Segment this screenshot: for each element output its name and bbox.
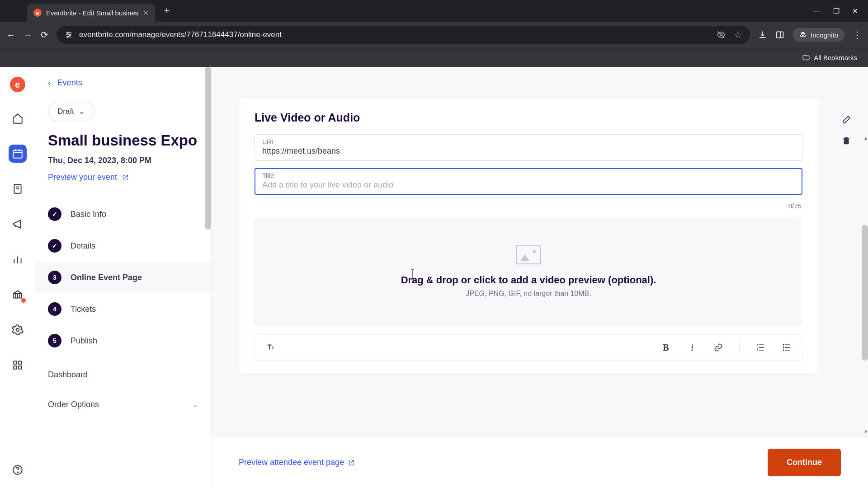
svg-rect-44 — [785, 350, 790, 351]
step-label: Publish — [71, 336, 97, 346]
unordered-list-icon[interactable] — [779, 340, 794, 355]
incognito-label: Incognito — [811, 31, 838, 39]
svg-rect-12 — [13, 150, 22, 158]
svg-point-3 — [67, 32, 68, 33]
svg-rect-36 — [759, 347, 764, 348]
url-field[interactable]: URL — [255, 134, 802, 161]
step-basic-info[interactable]: Basic Info — [35, 198, 211, 230]
status-dropdown[interactable]: Draft ⌄ — [48, 102, 94, 121]
external-link-icon — [122, 174, 129, 181]
continue-button[interactable]: Continue — [768, 449, 841, 476]
image-dropzone[interactable]: Drag & drop or click to add a video prev… — [255, 218, 802, 325]
maximize-icon[interactable]: ❐ — [833, 7, 840, 15]
step-details[interactable]: Details — [35, 230, 211, 262]
svg-point-5 — [67, 36, 68, 38]
url-label: URL — [262, 138, 795, 145]
settings-icon[interactable] — [9, 321, 27, 339]
title-input[interactable] — [262, 180, 795, 190]
svg-rect-38 — [759, 350, 764, 351]
svg-rect-28 — [19, 361, 21, 364]
sidebar-scrollbar[interactable] — [205, 67, 211, 230]
minimize-icon[interactable]: — — [813, 7, 821, 15]
home-icon[interactable] — [9, 109, 27, 127]
close-window-icon[interactable]: ✕ — [852, 7, 858, 15]
trash-icon[interactable] — [841, 136, 852, 145]
step-publish[interactable]: 5 Publish — [35, 325, 211, 357]
all-bookmarks-button[interactable]: All Bookmarks — [802, 54, 857, 62]
svg-rect-29 — [14, 366, 16, 369]
step-label: Online Event Page — [71, 273, 142, 282]
event-title: Small business Expo — [35, 131, 211, 150]
folder-icon — [802, 54, 810, 62]
svg-point-43 — [783, 349, 784, 351]
marketing-icon[interactable] — [9, 215, 27, 233]
help-icon[interactable] — [9, 461, 27, 479]
svg-point-39 — [783, 344, 784, 346]
site-settings-icon[interactable] — [65, 31, 73, 39]
svg-rect-34 — [759, 344, 764, 345]
title-field[interactable]: Title — [255, 168, 802, 195]
new-tab-button[interactable]: + — [160, 4, 174, 18]
back-icon[interactable]: ← — [6, 30, 15, 40]
status-label: Draft — [57, 107, 74, 116]
divider — [739, 342, 740, 353]
back-label: Events — [57, 78, 82, 88]
italic-icon[interactable]: i — [685, 340, 699, 355]
url-input[interactable] — [262, 146, 795, 156]
close-icon[interactable]: ✕ — [143, 9, 149, 17]
bookmarks-bar: All Bookmarks — [0, 48, 868, 67]
main-content: ▴ Live Video or Audio URL Titl — [212, 67, 868, 488]
event-date: Thu, Dec 14, 2023, 8:00 PM — [35, 150, 211, 170]
brand-logo[interactable]: e — [10, 77, 25, 92]
svg-point-10 — [801, 35, 803, 37]
order-options-link[interactable]: Order Options ⌄ — [35, 389, 211, 419]
ordered-list-icon[interactable]: 123 — [753, 340, 768, 355]
link-icon[interactable] — [711, 340, 726, 355]
preview-event-link[interactable]: Preview your event — [35, 170, 211, 195]
content-scrollbar[interactable] — [862, 225, 868, 361]
preview-attendee-link[interactable]: Preview attendee event page — [239, 458, 355, 467]
url-text: eventbrite.com/manage/events/77671164443… — [79, 30, 282, 39]
bold-icon[interactable]: B — [659, 340, 673, 355]
eye-off-icon[interactable] — [717, 30, 726, 39]
step-online-event-page[interactable]: 3 Online Event Page — [35, 262, 211, 293]
dashboard-link[interactable]: Dashboard — [35, 360, 211, 389]
all-bookmarks-label: All Bookmarks — [814, 54, 857, 61]
svg-rect-27 — [14, 361, 16, 364]
scroll-down-icon[interactable]: ▾ — [864, 428, 867, 435]
favicon-icon: e — [33, 9, 42, 17]
notification-dot-icon — [21, 298, 26, 303]
orders-icon[interactable] — [9, 180, 27, 198]
scroll-up-icon[interactable]: ▴ — [864, 135, 867, 141]
step-number-badge: 5 — [48, 334, 61, 347]
calendar-icon[interactable] — [9, 145, 27, 163]
check-icon — [48, 239, 61, 253]
browser-tab[interactable]: e Eventbrite - Edit Small busines ✕ — [27, 4, 155, 22]
step-label: Tickets — [71, 305, 96, 314]
svg-point-26 — [16, 328, 19, 332]
download-icon[interactable] — [758, 30, 767, 39]
back-to-events-link[interactable]: ‹ Events — [35, 75, 211, 96]
dropzone-subtitle: JPEG, PNG, GIF, no larger than 10MB. — [266, 290, 791, 298]
tab-bar: e Eventbrite - Edit Small busines ✕ + — … — [0, 0, 868, 22]
finance-icon[interactable] — [9, 286, 27, 304]
svg-point-11 — [803, 35, 806, 37]
sidebar: ‹ Events Draft ⌄ Small business Expo Thu… — [35, 67, 212, 488]
edit-icon[interactable] — [841, 114, 852, 125]
menu-icon[interactable]: ⋮ — [853, 29, 862, 40]
reload-icon[interactable]: ⟳ — [41, 29, 48, 40]
order-options-label: Order Options — [48, 400, 99, 409]
reports-icon[interactable] — [9, 250, 27, 268]
forward-icon[interactable]: → — [24, 30, 33, 40]
chevron-down-icon: ⌄ — [79, 107, 85, 116]
url-bar[interactable]: eventbrite.com/manage/events/77671164443… — [57, 26, 750, 44]
svg-point-41 — [783, 347, 784, 348]
text-format-icon[interactable] — [263, 340, 278, 355]
tab-title: Eventbrite - Edit Small busines — [46, 9, 138, 17]
step-tickets[interactable]: 4 Tickets — [35, 293, 211, 325]
apps-icon[interactable] — [9, 356, 27, 374]
star-icon[interactable]: ☆ — [734, 29, 742, 40]
incognito-badge[interactable]: Incognito — [793, 28, 844, 42]
sidepanel-icon[interactable] — [775, 30, 784, 39]
icon-rail: e — [0, 67, 35, 488]
